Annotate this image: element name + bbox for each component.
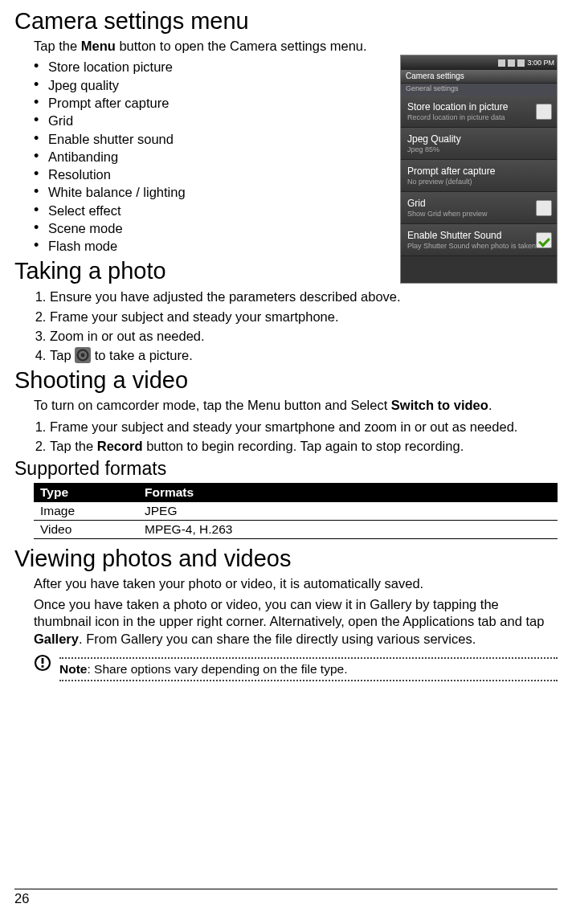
list-item: Ensure you have adjusted the parameters … [50, 288, 558, 305]
list-item: Tap to take a picture. [50, 346, 558, 364]
table-cell: Video [34, 521, 138, 539]
setting-sub: Jpeg 85% [407, 145, 550, 153]
text: To turn on camcorder mode, tap the Menu … [34, 398, 391, 412]
formats-table: Type Formats Image JPEG Video MPEG-4, H.… [34, 483, 558, 539]
text: : Share options vary depending on the fi… [87, 662, 347, 676]
list-item: Frame your subject and steady your smart… [50, 308, 558, 325]
video-steps: Frame your subject and steady your smart… [34, 418, 558, 456]
heading-shooting-video: Shooting a video [14, 367, 558, 394]
note-callout: Note: Share options vary depending on th… [34, 657, 558, 681]
page-number: 26 [14, 891, 29, 906]
screenshot-subtitle: General settings [401, 84, 557, 96]
setting-row[interactable]: Prompt after capture No preview (default… [401, 160, 557, 192]
text: button to begin recording. Tap again to … [143, 439, 464, 453]
text: to take a picture. [91, 348, 193, 362]
text: button to open the Camera settings menu. [116, 39, 367, 53]
list-item: Zoom in or out as needed. [50, 327, 558, 345]
text: Tap the [50, 439, 97, 453]
setting-sub: Play Shutter Sound when photo is taken [407, 242, 550, 250]
svg-point-2 [81, 354, 85, 358]
note-text: Note: Share options vary depending on th… [59, 662, 347, 676]
heading-camera-settings: Camera settings menu [14, 8, 558, 35]
text: . From Gallery you can share the file di… [79, 632, 476, 646]
table-header: Type [34, 483, 138, 502]
intro-paragraph: Tap the Menu button to open the Camera s… [34, 38, 558, 55]
status-time: 3:00 PM [527, 59, 554, 67]
status-bar: 3:00 PM [401, 55, 557, 70]
checkbox-checked-icon[interactable] [536, 232, 552, 248]
setting-title: Jpeg Quality [407, 133, 550, 145]
viewing-p2: Once you have taken a photo or video, yo… [34, 596, 558, 648]
taking-photo-steps: Ensure you have adjusted the parameters … [34, 288, 558, 364]
screenshot-title: Camera settings [401, 70, 557, 84]
page-footer: 26 [14, 889, 558, 906]
setting-sub: Show Grid when preview [407, 210, 550, 218]
gallery-bold: Gallery [34, 632, 79, 646]
setting-title: Enable Shutter Sound [407, 230, 550, 241]
bluetooth-icon [498, 59, 505, 67]
table-cell: Image [34, 502, 138, 521]
setting-row[interactable]: Enable Shutter Sound Play Shutter Sound … [401, 224, 557, 256]
table-row: Video MPEG-4, H.263 [34, 521, 558, 539]
table-row: Image JPEG [34, 502, 558, 521]
checkbox-icon[interactable] [536, 200, 552, 216]
svg-rect-5 [42, 665, 44, 668]
list-item: Tap the Record button to begin recording… [50, 437, 558, 455]
battery-icon [517, 59, 525, 67]
menu-bold: Menu [81, 39, 116, 53]
heading-viewing: Viewing photos and videos [14, 546, 558, 572]
svg-rect-4 [42, 658, 44, 664]
record-bold: Record [97, 439, 143, 453]
heading-supported-formats: Supported formats [14, 458, 558, 480]
text: Tap [50, 348, 75, 362]
table-header: Formats [138, 483, 558, 502]
switch-to-video-bold: Switch to video [391, 398, 488, 412]
text: . [488, 398, 492, 412]
signal-icon [508, 59, 515, 67]
setting-title: Grid [407, 198, 550, 209]
setting-title: Store location in picture [407, 101, 550, 112]
table-header-row: Type Formats [34, 483, 558, 502]
checkbox-icon[interactable] [536, 104, 552, 120]
list-item: Frame your subject and steady your smart… [50, 418, 558, 435]
setting-row[interactable]: Grid Show Grid when preview [401, 192, 557, 224]
table-cell: MPEG-4, H.263 [138, 521, 558, 539]
text: Tap the [34, 39, 81, 53]
table-cell: JPEG [138, 502, 558, 521]
video-intro: To turn on camcorder mode, tap the Menu … [34, 397, 558, 414]
setting-sub: No preview (default) [407, 178, 550, 186]
setting-row[interactable]: Store location in picture Record locatio… [401, 96, 557, 128]
setting-row[interactable]: Jpeg Quality Jpeg 85% [401, 128, 557, 160]
viewing-p1: After you have taken your photo or video… [34, 575, 558, 592]
phone-screenshot: 3:00 PM Camera settings General settings… [400, 55, 558, 284]
camera-shutter-icon [75, 347, 91, 363]
note-bold: Note [59, 662, 87, 676]
alert-icon [34, 654, 51, 672]
setting-sub: Record location in picture data [407, 113, 550, 121]
setting-title: Prompt after capture [407, 166, 550, 177]
text: Once you have taken a photo or video, yo… [34, 597, 544, 628]
